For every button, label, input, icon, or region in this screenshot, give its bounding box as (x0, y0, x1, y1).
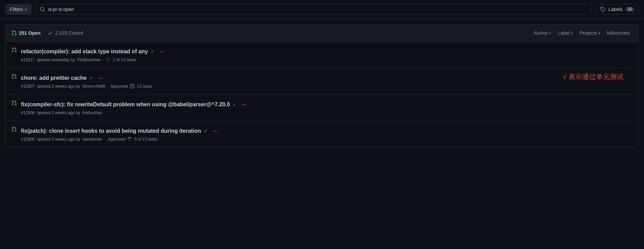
pr-item-2: chore: add prettier cache ✓ ← #12907 ope… (6, 68, 638, 95)
projects-chevron-icon: ▾ (598, 31, 600, 35)
filters-chevron-icon: ▾ (25, 8, 27, 11)
pr-task-2: 13 tasks (137, 84, 152, 89)
check-closed-icon (47, 30, 53, 36)
red-arrow-1: ← (159, 47, 166, 56)
red-arrow-4: ← (212, 127, 219, 136)
pr-number-3: #12906 (21, 110, 35, 115)
red-arrow-3: ← (241, 100, 249, 109)
search-bar (35, 4, 591, 14)
top-bar: Filters ▾ Labels 36 (0, 0, 644, 19)
pr-title-1[interactable]: refactor(compiler): add stack type inste… (21, 48, 148, 55)
filters-button[interactable]: Filters ▾ (5, 4, 31, 14)
open-count[interactable]: 251 Open (11, 30, 41, 36)
pr-open-icon (11, 30, 17, 36)
pr-check-2: ✓ (89, 75, 93, 81)
projects-filter[interactable]: Projects ▾ (577, 29, 603, 37)
pr-author-3: linshuohao (82, 110, 102, 115)
search-input[interactable] (48, 7, 587, 12)
pr-meta-2: #12907 opened 2 weeks ago by Simon-He95 … (21, 84, 633, 89)
milestones-filter[interactable]: Milestones (604, 29, 633, 37)
labels-button[interactable]: Labels 36 (596, 4, 639, 14)
pr-author-2: Simon-He95 (82, 84, 105, 89)
pr-title-row-4: fix(patch): clone insert hooks to avoid … (21, 127, 633, 136)
pr-meta-4: #12905 opened 2 weeks ago by xiaodemen ·… (21, 137, 633, 142)
pr-title-3[interactable]: fix(compiler-sfc): fix rewriteDefault pr… (21, 101, 230, 108)
author-filter[interactable]: Author ▾ (531, 29, 554, 37)
pr-task-4: 5 of 13 tasks (134, 137, 158, 142)
pr-title-row-2: chore: add prettier cache ✓ ← (21, 74, 633, 83)
pr-item-4: fix(patch): clone insert hooks to avoid … (6, 121, 638, 147)
pr-title-2[interactable]: chore: add prettier cache (21, 75, 87, 81)
task-progress-circle-4 (127, 137, 132, 142)
pr-opened-4: opened 2 weeks ago by (37, 137, 80, 142)
author-chevron-icon: ▾ (549, 31, 551, 35)
label-chevron-icon: ▾ (571, 31, 573, 35)
red-arrow-2: ← (97, 74, 105, 83)
pr-dot-2: · (107, 84, 108, 89)
pr-content-4: fix(patch): clone insert hooks to avoid … (21, 127, 633, 142)
label-filter[interactable]: Label ▾ (555, 29, 575, 37)
filters-label: Filters (10, 7, 23, 12)
pr-title-row-1: refactor(compiler): add stack type inste… (21, 47, 633, 56)
pr-number-4: #12905 (21, 137, 35, 142)
pr-title-row-3: fix(compiler-sfc): fix rewriteDefault pr… (21, 100, 633, 109)
pr-list: 251 Open 2,103 Closed Author ▾ Label ▾ P… (5, 24, 639, 148)
pr-check-4: ✓ (204, 128, 208, 134)
pr-counts: 251 Open 2,103 Closed (11, 30, 83, 36)
task-progress-circle-1 (106, 57, 111, 62)
pr-dot-1: · (103, 57, 104, 62)
pr-item-1: refactor(compiler): add stack type inste… (6, 42, 638, 68)
pr-icon-3 (11, 100, 17, 106)
pr-check-3: ✓ (233, 102, 237, 107)
pr-opened-3: opened 2 weeks ago by (37, 110, 80, 115)
pr-content-1: refactor(compiler): add stack type inste… (21, 47, 633, 62)
pr-number-1: #12917 (21, 57, 35, 62)
pr-opened-2: opened 2 weeks ago by (37, 84, 80, 89)
pr-icon-2 (11, 74, 17, 79)
pr-icon-4 (11, 127, 17, 132)
pr-icon-1 (11, 47, 17, 53)
pr-author-4: xiaodemen (82, 137, 103, 142)
pr-approved-4: Approved (108, 137, 125, 142)
search-icon (40, 7, 45, 12)
pr-list-header: 251 Open 2,103 Closed Author ▾ Label ▾ P… (6, 25, 638, 42)
label-icon (600, 7, 606, 12)
pr-content-2: chore: add prettier cache ✓ ← #12907 ope… (21, 74, 633, 89)
task-list-icon-2 (130, 84, 135, 89)
labels-count-badge: 36 (625, 7, 634, 12)
pr-author-1: FireBushtree (77, 57, 101, 62)
pr-meta-1: #12917 opened yesterday by FireBushtree … (21, 57, 633, 62)
pr-meta-3: #12906 opened 2 weeks ago by linshuohao (21, 110, 633, 115)
pr-task-1: 2 of 13 tasks (113, 57, 136, 62)
pr-approved-2: Approved (111, 84, 128, 89)
pr-filters: Author ▾ Label ▾ Projects ▾ Milestones (531, 29, 633, 37)
pr-dot-4: · (105, 137, 106, 142)
pr-content-3: fix(compiler-sfc): fix rewriteDefault pr… (21, 100, 633, 115)
pr-check-1: ✓ (151, 49, 155, 54)
pr-title-4[interactable]: fix(patch): clone insert hooks to avoid … (21, 128, 201, 134)
pr-item-3: fix(compiler-sfc): fix rewriteDefault pr… (6, 95, 638, 121)
labels-label: Labels (608, 7, 622, 12)
closed-count[interactable]: 2,103 Closed (47, 30, 83, 36)
pr-number-2: #12907 (21, 84, 35, 89)
pr-opened-1: opened yesterday by (37, 57, 75, 62)
